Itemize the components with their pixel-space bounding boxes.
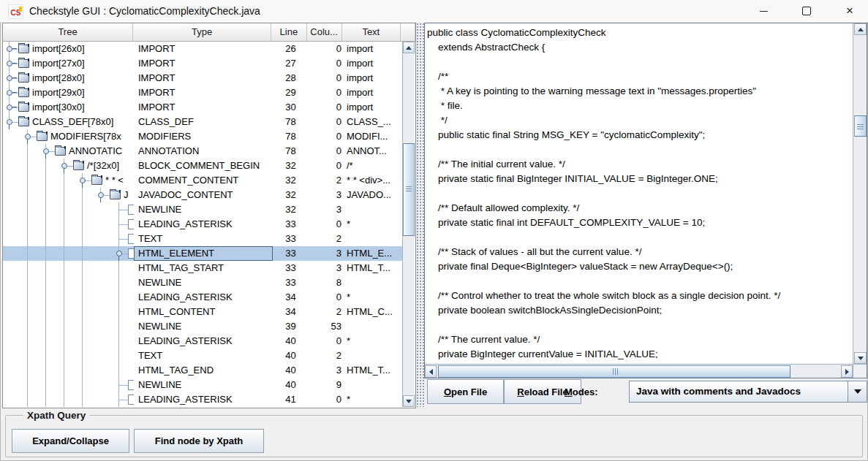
scroll-down-button[interactable] [403,395,415,407]
tree-table-row[interactable]: MODIFIERS[78xMODIFIERS780MODIFI... [3,129,403,144]
source-horizontal-scrollbar[interactable] [425,364,853,378]
tree-table-row[interactable]: HTML_TAG_END403HTML_T... [3,363,403,378]
scrollbar-thumb[interactable] [438,365,790,378]
tree-guide-line [27,290,28,305]
tree-table-row[interactable]: TEXT332 [3,232,403,246]
tree-table-row[interactable]: ANNOTATICANNOTATION780ANNOT... [3,144,403,159]
tree-table-row[interactable]: HTML_TAG_START333HTML_T... [3,261,403,275]
folder-icon [18,59,29,68]
tree-guide-line [118,261,119,275]
tree-expander-icon[interactable] [7,46,12,52]
tree-guide-line [27,348,28,363]
column-header-text[interactable]: Text [342,23,401,42]
type-cell: IMPORT [134,56,273,71]
tree-table-row[interactable]: import[29x0]IMPORT290import [3,85,403,100]
tree-guide-line [64,378,64,392]
tree-expander-icon[interactable] [25,134,31,140]
line-cell: 32 [273,173,309,188]
column-header-colu[interactable]: Colu... [307,23,342,42]
column-header-type[interactable]: Type [133,23,271,42]
column-header-line[interactable]: Line [271,23,307,42]
tree-expander-icon[interactable] [7,75,12,81]
tree-node-label: * * < [105,173,124,188]
tree-table-row[interactable]: LEADING_ASTERISK340* [3,290,403,305]
tree-expander-icon[interactable] [43,148,49,154]
open-file-button[interactable]: Open File [427,379,504,404]
find-node-by-xpath-button[interactable]: Find node by Xpath [134,429,264,453]
tree-guide-dash [12,78,18,79]
tree-guide-line [64,305,64,319]
scrollbar-thumb[interactable] [854,115,867,137]
tree-table-row[interactable]: import[30x0]IMPORT300import [3,100,403,115]
scroll-up-button[interactable] [854,23,867,35]
tree-expander-icon[interactable] [98,192,104,198]
split-divider[interactable] [416,23,424,407]
tree-guide-line [118,290,119,305]
scroll-down-button[interactable] [854,352,867,364]
tree-node-label: J [124,188,129,202]
thumb-grip [406,186,412,187]
tree-table-row[interactable]: import[28x0]IMPORT280import [3,71,403,85]
tree-guide-line [82,202,83,217]
folder-icon [73,161,84,170]
source-code[interactable]: public class CyclomaticComplexityCheck e… [425,23,853,362]
text-cell: /* [344,159,403,173]
tree-table-row[interactable]: NEWLINE338 [3,275,403,290]
expand-collapse-button[interactable]: Expand/Collapse [12,429,129,453]
scroll-right-button[interactable] [841,365,853,378]
tree-table-row[interactable]: TEXT402 [3,348,403,363]
tree-cell: ANNOTATIC [3,144,134,159]
combo-arrow-button[interactable] [848,381,867,402]
line-cell: 41 [273,392,309,407]
column-header-tree[interactable]: Tree [3,23,133,42]
tree-table-row[interactable]: LEADING_ASTERISK330* [3,217,403,232]
column-cell: 2 [309,348,344,363]
tree-table-row[interactable]: HTML_ELEMENT333HTML_E... [3,246,403,261]
tree-guide-dash [118,210,128,210]
tree-table-row[interactable]: /*[32x0]BLOCK_COMMENT_BEGIN320/* [3,159,403,173]
scroll-left-button[interactable] [425,365,437,378]
tree-table-row[interactable]: LEADING_ASTERISK400* [3,334,403,348]
line-cell: 26 [273,42,309,56]
scrollbar-thumb[interactable] [403,143,415,236]
scroll-up-button[interactable] [403,42,415,53]
type-cell: CLASS_DEF [134,115,273,129]
tree-table-row[interactable]: NEWLINE409 [3,378,403,392]
type-cell: HTML_TAG_START [134,261,273,275]
tree-guide-line [64,334,64,348]
tree-guide-line [27,173,28,188]
tree-table-row[interactable]: import[26x0]IMPORT260import [3,42,403,56]
tree-node-label: /*[32x0] [87,159,119,173]
chevron-down-icon [854,389,861,394]
tree-table-row[interactable]: JJAVADOC_CONTENT323JAVADO... [3,188,403,202]
tree-guide-line [27,363,28,378]
close-button[interactable]: × [833,0,867,22]
tree-expander-icon[interactable] [7,104,12,110]
tree-expander-icon[interactable] [61,163,67,169]
tree-expander-icon[interactable] [80,178,86,183]
window-title: Checkstyle GUI : CyclomaticComplexityChe… [29,0,260,22]
line-cell: 40 [273,348,309,363]
tree-table-row[interactable]: NEWLINE323 [3,202,403,217]
tree-table-row[interactable]: HTML_CONTENT342HTML_C... [3,305,403,319]
tree-expander-icon[interactable] [7,119,12,125]
folder-icon [37,132,48,141]
title-bar[interactable]: CS Checkstyle GUI : CyclomaticComplexity… [0,0,868,22]
modes-combobox[interactable]: Java with comments and Javadocs [629,381,867,403]
minimize-button[interactable] [747,0,780,22]
tree-table-row[interactable]: NEWLINE3953 [3,319,403,334]
text-cell: JAVADO... [344,188,403,202]
column-cell: 0 [309,115,344,129]
tree-expander-icon[interactable] [7,61,12,66]
column-cell: 0 [309,159,344,173]
tree-table-row[interactable]: import[27x0]IMPORT270import [3,56,403,71]
tree-table-vertical-scrollbar[interactable] [402,42,415,407]
tree-cell: CLASS_DEF[78x0] [3,115,134,129]
tree-expander-icon[interactable] [116,251,122,256]
source-vertical-scrollbar[interactable] [853,23,867,364]
maximize-button[interactable] [790,0,823,22]
tree-expander-icon[interactable] [7,90,12,96]
tree-table-row[interactable]: CLASS_DEF[78x0]CLASS_DEF780CLASS_... [3,115,403,129]
tree-table-row[interactable]: LEADING_ASTERISK410* [3,392,403,407]
tree-table-row[interactable]: * * <COMMENT_CONTENT322* * <div>... [3,173,403,188]
